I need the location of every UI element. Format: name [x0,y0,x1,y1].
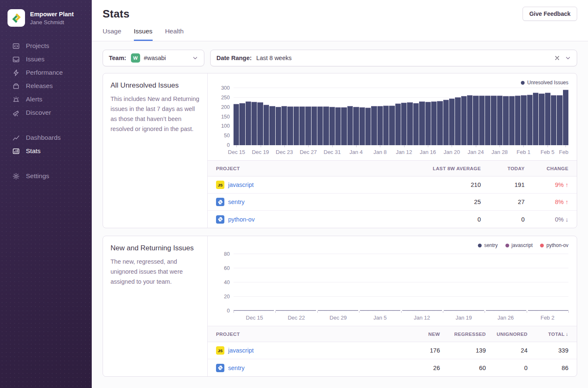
bar [545,93,550,145]
chart-plot-area: 020406080 [216,251,568,311]
tab-health[interactable]: Health [165,28,184,41]
bar [264,105,269,145]
sidebar-item-label: Settings [26,172,49,180]
chevron-down-icon [192,55,198,61]
x-tick [332,145,333,147]
panel-description: This includes New and Returning issues i… [111,94,200,134]
tab-usage[interactable]: Usage [103,28,121,41]
project-link-python-ov[interactable]: python-ov [228,216,255,223]
value-cell: 176 [392,347,440,354]
date-range-select[interactable]: Date Range: Last 8 weeks [210,50,577,66]
legend-item-python-ov[interactable]: python-ov [540,242,568,248]
table-header-row: PROJECTNEWREGRESSEDUNIGNOREDTOTAL↓ [208,326,577,342]
project-link-sentry[interactable]: sentry [228,199,245,205]
sidebar-item-dashboards[interactable]: Dashboards [0,131,92,144]
value-cell: 24 [486,347,528,354]
bar [413,103,419,145]
column-header-new[interactable]: NEW [392,332,440,337]
sidebar-item-projects[interactable]: Projects [0,39,92,53]
column-header-unignored[interactable]: UNIGNORED [486,332,528,337]
user-name: Jane Schmidt [30,19,74,25]
bar [329,107,335,145]
settings-icon [13,173,20,180]
bar [461,96,467,145]
chart-legend: sentryjavascriptpython-ov [216,242,568,249]
new-returning-issues-table: PROJECTNEWREGRESSEDUNIGNOREDTOTAL↓JSjava… [208,326,577,376]
stacked-bar-series [234,251,568,311]
discover-icon [13,109,20,116]
project-link-sentry[interactable]: sentry [228,365,245,371]
project-cell: JSjavascript [216,181,389,189]
x-tick [275,311,276,313]
bar [419,101,425,145]
legend-item-javascript[interactable]: javascript [505,242,533,248]
sidebar-item-alerts[interactable]: Alerts [0,93,92,106]
bar [341,107,347,145]
x-tick [356,145,357,147]
tab-issues[interactable]: Issues [134,28,153,41]
x-tick-label: Dec 15 [246,315,263,321]
project-link-javascript[interactable]: javascript [228,347,254,354]
org-name: Empower Plant [30,10,74,18]
legend-item-unresolved-issues[interactable]: Unresolved Issues [521,80,568,86]
bar [257,102,263,145]
bar [347,106,353,145]
bar [371,106,377,145]
change-cell: 8%↑ [525,199,568,205]
project-cell: sentry [216,364,392,372]
x-tick [527,311,527,313]
column-header-total[interactable]: TOTAL↓ [528,332,568,337]
bar [246,101,251,145]
unresolved-issues-chart: 050100150200250300Dec 15Dec 19Dec 23Dec … [216,86,568,158]
x-tick-label: Jan 12 [414,315,430,321]
app: Empower Plant Jane Schmidt ProjectsIssue… [0,0,588,388]
bar [491,96,496,145]
legend-item-sentry[interactable]: sentry [478,242,498,248]
value-cell: 27 [481,199,525,205]
bar [455,97,460,145]
project-cell: python-ov [216,215,389,224]
x-tick [401,311,402,313]
y-tick-label: 250 [221,95,230,101]
x-tick-label: Dec 31 [324,149,341,155]
main: Stats Give Feedback UsageIssuesHealth Te… [92,0,588,388]
give-feedback-button[interactable]: Give Feedback [523,7,577,21]
team-select[interactable]: Team: W #wasabi [103,50,204,66]
column-header-regressed[interactable]: REGRESSED [440,332,486,337]
column-header-change[interactable]: CHANGE [525,166,568,171]
change-value: 8% [555,199,564,205]
sidebar-item-settings[interactable]: Settings [0,169,92,183]
column-header-last-8w-average[interactable]: LAST 8W AVERAGE [389,166,481,171]
project-link-javascript[interactable]: javascript [228,181,254,188]
sidebar-item-performance[interactable]: Performance [0,66,92,79]
clear-icon[interactable] [554,55,560,61]
chart-y-axis: 050100150200250300 [216,88,234,145]
sidebar-item-issues[interactable]: Issues [0,53,92,66]
sidebar-item-releases[interactable]: Releases [0,79,92,93]
column-header-project: PROJECT [216,166,389,171]
x-tick-label: Dec 19 [252,149,269,155]
org-switcher[interactable]: Empower Plant Jane Schmidt [0,0,92,27]
x-tick-label: Jan 16 [420,149,436,155]
stats-icon [13,148,20,155]
table-row: JSjavascript17613924339 [208,342,577,359]
dashboards-icon [13,134,20,141]
change-value: 0% [555,216,564,223]
change-cell: 9%↑ [525,181,568,188]
sidebar-item-label: Stats [26,147,40,155]
sidebar-item-stats[interactable]: Stats [0,144,92,158]
column-header-today[interactable]: TODAY [481,166,525,171]
sidebar-item-discover[interactable]: Discover [0,106,92,119]
bar [467,95,472,145]
panel-chart-column: sentryjavascriptpython-ov 020406080Dec 1… [208,236,577,376]
tabs: UsageIssuesHealth [103,28,577,41]
bar [515,96,520,145]
bar [425,102,431,145]
sidebar: Empower Plant Jane Schmidt ProjectsIssue… [0,0,92,388]
x-tick [568,311,569,313]
sidebar-item-label: Discover [26,109,51,116]
y-tick-label: 80 [224,251,230,257]
y-tick-label: 150 [221,114,230,120]
filter-row: Team: W #wasabi Date Range: Last 8 weeks [103,50,577,66]
sidebar-item-label: Dashboards [26,134,61,141]
